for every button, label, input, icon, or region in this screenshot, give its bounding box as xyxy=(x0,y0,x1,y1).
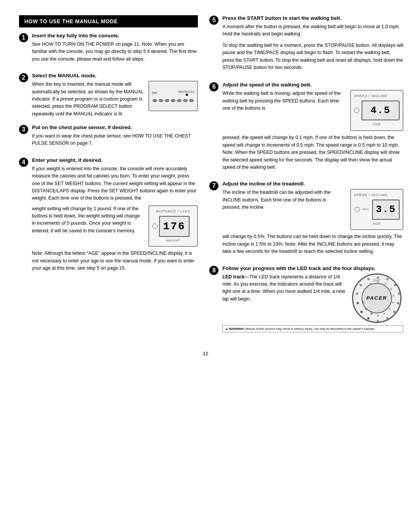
distance-screen: 176 xyxy=(159,216,189,237)
speed-screen-6: 4.5 xyxy=(362,101,400,120)
manual-btn-7 xyxy=(189,99,194,102)
manual-mode-display: ON MANUAL xyxy=(148,81,198,111)
inner-dot xyxy=(392,301,393,303)
inner-dot xyxy=(383,313,385,315)
inner-dot xyxy=(377,281,379,283)
page-container: HOW TO USE THE MANUAL MODE 1 Insert the … xyxy=(19,15,392,339)
step-8-led-text: LED track—The LED track represents a dis… xyxy=(222,273,346,306)
incl-text: INCL xyxy=(362,208,369,212)
manual-label: MANUAL xyxy=(178,90,195,94)
track-dot xyxy=(367,278,370,280)
warning-text: Misuse of this product may result in ser… xyxy=(245,327,375,331)
step-7: 7 Adjust the incline of the treadmill. T… xyxy=(209,181,403,258)
step-5-p1: A moment after the button is pressed, th… xyxy=(222,23,403,38)
speed-incline-display-6: SPEED / INCLINE 4.5 AGE xyxy=(350,90,403,131)
manual-dot xyxy=(186,94,188,96)
track-dot xyxy=(377,276,379,279)
track-dot xyxy=(386,278,389,280)
age-label-7: AGE xyxy=(354,221,400,227)
step-6-after: pressed, the speed will change by 0.1 mp… xyxy=(222,134,403,171)
step-2-figure: When the key is inserted, the manual mod… xyxy=(32,81,198,118)
step-7-title: Adjust the incline of the treadmill. xyxy=(222,181,403,187)
step-4-intro: If your weight is entered into the conso… xyxy=(32,165,198,202)
step-7-number: 7 xyxy=(209,181,218,190)
speed-incline-display-7: SPEED / INCLINE INCL 3.5 AGE xyxy=(350,189,403,230)
step-6-title: Adjust the speed of the walking belt. xyxy=(222,82,403,88)
step-6-figure: While the walking belt is moving, adjust… xyxy=(222,90,403,131)
speed-screen-row-7: INCL 3.5 xyxy=(354,200,400,219)
pacer-outer-ring: START PACER xyxy=(352,273,401,323)
step-4-title: Enter your weight, if desired. xyxy=(32,157,198,163)
inner-dot-active xyxy=(362,301,364,303)
step-4-note: Note: Although the letters “AGE” appear … xyxy=(32,250,198,272)
speed-label-row-6: SPEED / INCLINE xyxy=(354,94,400,99)
step-4-figure: weight setting will change by 1 pound. I… xyxy=(32,205,198,247)
step-7-figure: The incline of the treadmill can be adju… xyxy=(222,189,403,230)
manual-btn-3 xyxy=(165,99,169,102)
track-dot xyxy=(356,292,358,295)
inner-dot xyxy=(369,283,371,284)
weight-label: WEIGHT xyxy=(152,238,194,243)
manual-btn-6 xyxy=(183,99,188,102)
step-1: 1 Insert the key fully into the console.… xyxy=(19,33,198,66)
step-8-title: Follow your progress with the LED track … xyxy=(222,265,403,271)
step-5-p2: To stop the walking belt for a moment, p… xyxy=(222,42,403,72)
step-4-body: If your weight is entered into the conso… xyxy=(32,165,198,272)
distance-laps-display: DISTANCE / LAPS 176 WEIGHT xyxy=(148,205,198,247)
start-text: START xyxy=(373,279,380,281)
led-track-em: —The xyxy=(245,274,258,280)
manual-btn-1 xyxy=(153,99,157,102)
pacer-figure: START PACER xyxy=(350,273,403,323)
track-dot xyxy=(377,320,379,322)
speed-screen-7: 3.5 xyxy=(372,200,400,219)
track-dot-active xyxy=(360,311,363,313)
step-6-intro-text: While the walking belt is moving, adjust… xyxy=(222,90,346,115)
step-8-content: Follow your progress with the LED track … xyxy=(222,265,403,332)
inner-dot xyxy=(377,315,379,316)
manual-btn-4 xyxy=(171,99,175,102)
track-dots-svg: START xyxy=(353,275,403,324)
track-dot xyxy=(394,284,396,286)
step-7-intro-text: The incline of the treadmill can be adju… xyxy=(222,189,346,214)
step-4-number: 4 xyxy=(19,158,28,167)
inner-dot xyxy=(389,308,390,310)
left-column: HOW TO USE THE MANUAL MODE 1 Insert the … xyxy=(19,15,198,339)
warning-box: ▲ WARNING: Misuse of this product may re… xyxy=(222,325,403,332)
manual-btn-2 xyxy=(159,99,163,102)
step-3-title: Put on the chest pulse sensor, if desire… xyxy=(32,125,198,130)
step-7-body: The incline of the treadmill can be adju… xyxy=(222,189,403,255)
step-6: 6 Adjust the speed of the walking belt. … xyxy=(209,82,403,174)
incl-icon-6 xyxy=(354,108,359,113)
led-track-label: LED track xyxy=(222,274,244,280)
step-7-after: will change by 0.5%. The buttons can be … xyxy=(222,233,403,255)
step-6-content: Adjust the speed of the walking belt. Wh… xyxy=(222,82,403,174)
step-8-number: 8 xyxy=(209,266,218,275)
inner-dot xyxy=(384,283,386,284)
inner-dot xyxy=(390,288,392,290)
track-dot xyxy=(397,302,399,304)
step-5-title: Press the START button to start the walk… xyxy=(222,15,403,21)
step-4-after-text: weight setting will change by 1 pound. I… xyxy=(32,205,144,238)
on-label: ON xyxy=(151,91,157,95)
step-7-content: Adjust the incline of the treadmill. The… xyxy=(222,181,403,258)
step-4-content: Enter your weight, if desired. If your w… xyxy=(32,157,198,275)
step-1-body: See HOW TO TURN ON THE POWER on page 11.… xyxy=(32,41,198,63)
track-dot xyxy=(398,292,400,295)
inner-dot xyxy=(361,294,363,296)
step-4: 4 Enter your weight, if desired. If your… xyxy=(19,157,198,275)
track-dot xyxy=(386,317,389,320)
step-5-body: A moment after the button is pressed, th… xyxy=(222,23,403,71)
step-6-body: While the walking belt is moving, adjust… xyxy=(222,90,403,171)
incl-icon-7 xyxy=(355,207,360,212)
step-5-number: 5 xyxy=(209,16,218,25)
step-1-number: 1 xyxy=(19,33,28,42)
right-column: 5 Press the START button to start the wa… xyxy=(209,15,403,339)
track-dot-active xyxy=(367,317,370,320)
track-dot-active xyxy=(357,302,359,304)
step-3-number: 3 xyxy=(19,125,28,134)
inner-dot-active xyxy=(365,308,367,310)
manual-indicator-row: ON MANUAL xyxy=(151,90,195,96)
step-2-content: Select the MANUAL mode. When the key is … xyxy=(32,73,198,118)
track-dot xyxy=(360,284,362,286)
step-1-title: Insert the key fully into the console. xyxy=(32,33,198,38)
